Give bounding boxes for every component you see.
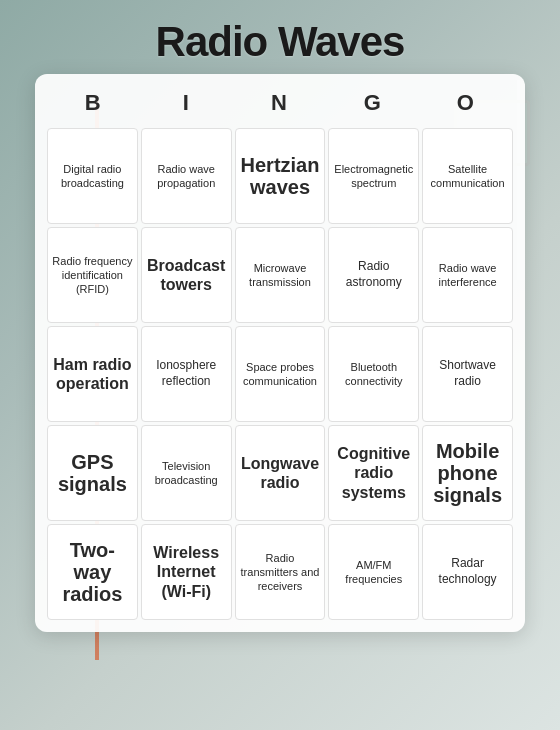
cell-3-5[interactable]: Shortwave radio <box>422 326 513 422</box>
header-n: N <box>233 86 326 124</box>
cell-2-4[interactable]: Radio astronomy <box>328 227 419 323</box>
bingo-card: B I N G O Digital radio broadcasting Rad… <box>35 74 525 632</box>
cell-2-2[interactable]: Broadcast towers <box>141 227 232 323</box>
cell-1-2[interactable]: Radio wave propagation <box>141 128 232 224</box>
cell-3-4[interactable]: Bluetooth connectivity <box>328 326 419 422</box>
cell-4-4[interactable]: Cognitive radio systems <box>328 425 419 521</box>
cell-3-1[interactable]: Ham radio operation <box>47 326 138 422</box>
cell-5-4[interactable]: AM/FM frequencies <box>328 524 419 620</box>
cell-4-2[interactable]: Television broadcasting <box>141 425 232 521</box>
cell-2-1[interactable]: Radio frequency identification (RFID) <box>47 227 138 323</box>
cell-5-5[interactable]: Radar technology <box>422 524 513 620</box>
cell-4-5[interactable]: Mobile phone signals <box>422 425 513 521</box>
page-container: Radio Waves B I N G O Digital radio broa… <box>0 0 560 730</box>
cell-5-1[interactable]: Two-way radios <box>47 524 138 620</box>
cell-3-3[interactable]: Space probes communication <box>235 326 326 422</box>
header-g: G <box>327 86 420 124</box>
page-title: Radio Waves <box>156 18 405 66</box>
cell-4-3[interactable]: Longwave radio <box>235 425 326 521</box>
cell-5-3[interactable]: Radio transmitters and receivers <box>235 524 326 620</box>
cell-2-3[interactable]: Microwave transmission <box>235 227 326 323</box>
header-o: O <box>420 86 513 124</box>
bingo-grid: Digital radio broadcasting Radio wave pr… <box>47 128 513 620</box>
cell-4-1[interactable]: GPS signals <box>47 425 138 521</box>
cell-1-4[interactable]: Electromagnetic spectrum <box>328 128 419 224</box>
cell-3-2[interactable]: Ionosphere reflection <box>141 326 232 422</box>
cell-2-5[interactable]: Radio wave interference <box>422 227 513 323</box>
header-b: B <box>47 86 140 124</box>
cell-1-1[interactable]: Digital radio broadcasting <box>47 128 138 224</box>
cell-5-2[interactable]: Wireless Internet (Wi-Fi) <box>141 524 232 620</box>
cell-1-5[interactable]: Satellite communication <box>422 128 513 224</box>
cell-1-3[interactable]: Hertzian waves <box>235 128 326 224</box>
bingo-header: B I N G O <box>47 86 513 124</box>
header-i: I <box>140 86 233 124</box>
